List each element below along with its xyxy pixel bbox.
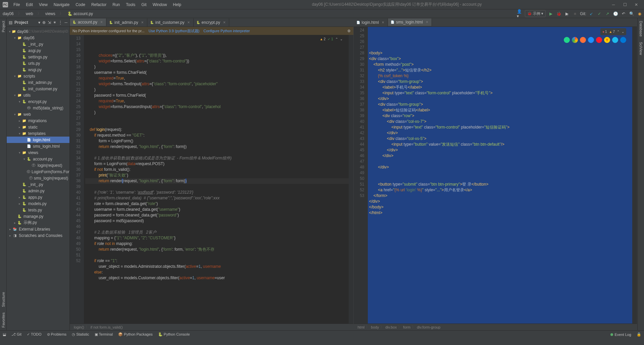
panel-type-icon[interactable]: ▤ (9, 20, 12, 25)
sciview-stripe[interactable]: SciView (638, 39, 644, 58)
minimize-icon[interactable]: ─ (610, 2, 617, 7)
menu-refactor[interactable]: Refactor (89, 1, 109, 8)
tree-item[interactable]: 🐍admin.py (7, 188, 69, 194)
editor-tab[interactable]: 🐍init_admin.py× (106, 18, 147, 27)
crumb[interactable]: login() (74, 325, 84, 329)
close-tab-icon[interactable]: × (188, 20, 190, 25)
crumb[interactable]: form (403, 325, 410, 329)
status-statistic[interactable]: ◷ Statistic (72, 332, 89, 337)
menu-navigate[interactable]: Navigate (51, 1, 72, 8)
crumb[interactable]: body (371, 325, 379, 329)
error-stripe[interactable] (349, 35, 353, 324)
tree-item[interactable]: ▸◨Scratches and Consoles (7, 232, 69, 239)
code-area-right[interactable]: 2425262728293031323334353637383940414243… (354, 27, 637, 324)
menu-tools[interactable]: Tools (123, 1, 138, 8)
breadcrumb-item[interactable]: views (44, 11, 57, 17)
crumb[interactable]: if not form.is_valid() (91, 325, 123, 329)
tree-item[interactable]: ⓕsms_login(request) (7, 175, 69, 181)
tree-item[interactable]: ▸🐍models.py (7, 200, 69, 207)
inspection-badge[interactable]: 1 7 ⌃⌄ (600, 28, 626, 35)
structure-stripe[interactable]: Structure (1, 289, 6, 310)
breadcrumb-item[interactable]: web (24, 11, 35, 17)
select-opened-icon[interactable]: ⊕ (42, 20, 46, 25)
tree-item[interactable]: ▾🐍encrypt.py (7, 98, 69, 105)
tree-item[interactable]: 📄login.html (7, 137, 69, 143)
tree-item[interactable]: ▾📁web (7, 111, 69, 117)
event-log[interactable]: Event Log (610, 333, 631, 337)
close-tab-icon[interactable]: × (223, 20, 226, 25)
search-icon[interactable]: 🔍 (629, 11, 635, 17)
project-stripe[interactable]: Project (1, 18, 6, 35)
panel-settings-icon[interactable]: ⋮ (58, 20, 62, 25)
menu-view[interactable]: View (36, 1, 50, 8)
menu-edit[interactable]: Edit (23, 1, 36, 8)
close-tab-icon[interactable]: × (141, 20, 144, 25)
browser-icons[interactable]: Y (564, 37, 626, 43)
inspection-badge[interactable]: 2 ✓ 1 ⌃⌄ (320, 36, 343, 42)
menu-help[interactable]: Help (170, 1, 184, 8)
close-tab-icon[interactable]: × (382, 20, 384, 25)
tool-windows-icon[interactable]: ⬓ (3, 332, 6, 337)
maximize-icon[interactable]: ☐ (621, 2, 629, 7)
banner-gear-icon[interactable]: ⚙ (347, 29, 351, 33)
collapse-icon[interactable]: ✶ (53, 20, 56, 25)
stop-icon[interactable]: ■ (572, 11, 578, 17)
tree-item[interactable]: ▾📁scripts (7, 73, 69, 79)
user-icon[interactable]: 👤▾ (517, 11, 523, 17)
editor-tab[interactable]: 🐍init_customer.py× (147, 18, 194, 27)
lock-icon[interactable]: 🔒 (637, 332, 641, 337)
tree-item[interactable]: ▾📁utils (7, 92, 69, 98)
menu-git[interactable]: Git (139, 1, 149, 8)
crumb[interactable]: div.form-group (417, 325, 440, 329)
editor-tab[interactable]: 🐍encrypt.py× (194, 18, 229, 27)
tree-item[interactable]: 🐍init_customer.py (7, 86, 69, 92)
tree-item[interactable]: 🐍urls.py (7, 60, 69, 66)
tree-item[interactable]: ▾📁day06 C:\Users\14482\Desktop\D (7, 28, 69, 35)
breadcrumb-item[interactable]: day06 (1, 11, 15, 17)
settings-icon[interactable]: ◉ (637, 11, 643, 17)
editor-tab[interactable]: 🐍account.py× (70, 18, 106, 27)
tree-item[interactable]: 🐍settings.py (7, 54, 69, 60)
status-python-packages[interactable]: 📦 Python Packages (118, 332, 153, 337)
hide-panel-icon[interactable]: ─ (64, 20, 67, 25)
status-problems[interactable]: ⊘ Problems (47, 332, 67, 337)
tree-item[interactable]: ⓕlogin(request) (7, 162, 69, 168)
configure-interpreter-link[interactable]: Configure Python interpreter (203, 29, 250, 33)
status-git[interactable]: ⎇ Git (11, 332, 21, 337)
menu-code[interactable]: Code (73, 1, 88, 8)
git-push-icon[interactable]: ↗ (604, 11, 610, 17)
menu-window[interactable]: Window (150, 1, 170, 8)
git-rollback-icon[interactable]: ↶ (621, 11, 627, 17)
tree-item[interactable]: ▸📁static (7, 124, 69, 130)
tree-item[interactable]: 📄sms_login.html (7, 143, 69, 149)
tree-item[interactable]: 🐍manage.py (7, 213, 69, 219)
tree-item[interactable]: 🐍_init_.py (7, 181, 69, 188)
git-commit-icon[interactable]: ✓ (596, 11, 602, 17)
editor-tab[interactable]: 📄login.html× (354, 18, 388, 27)
tree-item[interactable]: ▾🐍account.py (7, 156, 69, 162)
favorites-stripe[interactable]: Favorites (1, 310, 6, 330)
expand-icon[interactable]: ⇲ (48, 20, 51, 25)
menu-file[interactable]: File (11, 1, 22, 8)
run-more-icon[interactable]: ▶̤ (564, 11, 570, 17)
tree-item[interactable]: ▾📁day06 (7, 35, 69, 41)
breadcrumbs-left[interactable]: login()〉if not form.is_valid() (70, 324, 353, 330)
status-python-console[interactable]: 🐍 Python Console (158, 332, 190, 337)
close-tab-icon[interactable]: × (426, 20, 428, 24)
tree-item[interactable]: ▾📁templates (7, 130, 69, 137)
breadcrumb[interactable]: day06〉web〉views〉🐍 account.py (1, 10, 94, 17)
tree-item[interactable]: 🐍wsgi.py (7, 66, 69, 73)
debug-icon[interactable]: 🐞 (556, 11, 562, 17)
tree-item[interactable]: ▾📁views (7, 149, 69, 156)
close-icon[interactable]: ✕ (633, 2, 640, 7)
editor-tab[interactable]: 📄sms_login.html× (388, 18, 432, 27)
code-area-left[interactable]: 1314151617181920212223242526272829303132… (70, 35, 353, 324)
error-stripe[interactable] (632, 27, 637, 324)
tree-item[interactable]: 🐍asgi.py (7, 47, 69, 54)
crumb[interactable]: div.box (385, 325, 397, 329)
run-config-selector[interactable]: 🐞 示例 ▾ (525, 10, 546, 17)
tree-item[interactable]: ▸🐍示例.py (7, 219, 69, 226)
tree-item[interactable]: ⓜmd5(data_string) (7, 105, 69, 111)
tree-item[interactable]: ▸📁migrations (7, 117, 69, 124)
status-todo[interactable]: ✓ TODO (27, 332, 41, 337)
